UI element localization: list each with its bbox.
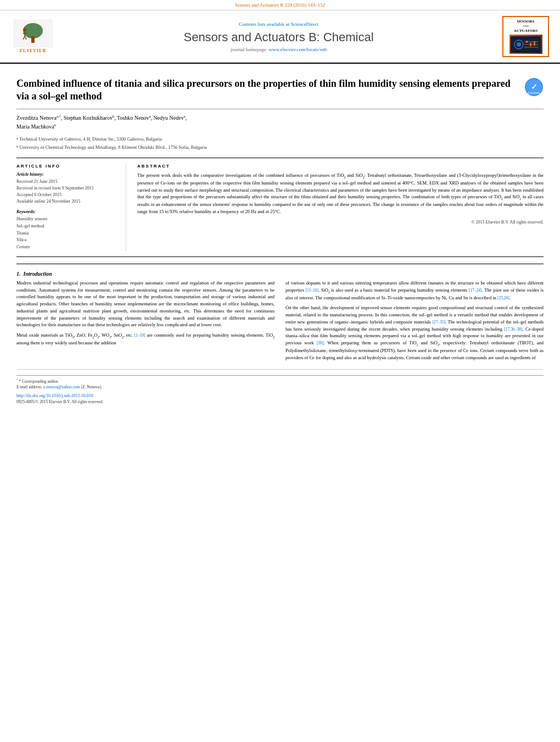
page-wrapper: Sensors and Actuators B 224 (2016) 143–1… bbox=[0, 0, 560, 742]
copyright-text: © 2015 Elsevier B.V. All rights reserved… bbox=[137, 220, 544, 225]
keyword-2: Sol–gel method bbox=[16, 223, 117, 230]
article-footer: * * Corresponding author. E-mail address… bbox=[16, 369, 544, 405]
science-direct-info: Contents lists available at ScienceDirec… bbox=[55, 21, 502, 27]
svg-point-3 bbox=[23, 28, 26, 31]
doi-section: http://dx.doi.org/10.1016/j.snb.2015.10.… bbox=[16, 393, 544, 398]
affiliation-1: a Technical University of Gabrovo, 4 H, … bbox=[16, 136, 544, 143]
svg-rect-15 bbox=[526, 41, 528, 43]
journal-header: ELSEVIER Contents lists available at Sci… bbox=[0, 10, 560, 64]
article-info-abstract: ARTICLE INFO Article history: Received 2… bbox=[16, 158, 544, 257]
abstract-header: ABSTRACT bbox=[137, 164, 544, 169]
crossmark-icon: ✓ CrossMark bbox=[524, 77, 544, 97]
elsevier-logo-icon bbox=[14, 20, 52, 47]
issn-line: 0925-4005/© 2015 Elsevier B.V. All right… bbox=[16, 399, 544, 404]
history-label: Article history: bbox=[16, 172, 117, 177]
keywords-label: Keywords: bbox=[16, 209, 117, 214]
intro-para-1: Modern industrial technological processe… bbox=[16, 280, 275, 328]
citation-bar: Sensors and Actuators B 224 (2016) 143–1… bbox=[0, 0, 560, 10]
section-1-heading: 1. Introduction bbox=[16, 271, 544, 277]
author-4: Nedyu Nedev bbox=[153, 115, 183, 121]
svg-text:✓: ✓ bbox=[531, 82, 537, 91]
journal-homepage: journal homepage: www.elsevier.com/locat… bbox=[55, 47, 502, 52]
history-received: Received 21 June 2015 bbox=[16, 178, 117, 185]
section-divider bbox=[16, 264, 544, 264]
corresponding-note: * * Corresponding author. bbox=[16, 378, 102, 384]
elsevier-brand-text: ELSEVIER bbox=[20, 48, 46, 53]
history-revised: Received in revised form 9 September 201… bbox=[16, 185, 117, 192]
svg-text:CrossMark: CrossMark bbox=[528, 92, 541, 94]
author-email[interactable]: z.nenova@yahoo.com bbox=[43, 384, 80, 389]
doi-link[interactable]: http://dx.doi.org/10.1016/j.snb.2015.10.… bbox=[16, 393, 93, 398]
email-note: E-mail address: z.nenova@yahoo.com (Z. N… bbox=[16, 384, 102, 389]
article-info-col: ARTICLE INFO Article history: Received 2… bbox=[16, 164, 126, 251]
keyword-1: Humidity sensors bbox=[16, 216, 117, 223]
intro-para-4: On the other hand, the development of im… bbox=[285, 304, 544, 361]
author-2: Stephan Kozhukharov bbox=[64, 115, 113, 121]
body-two-col: Modern industrial technological processe… bbox=[16, 280, 544, 365]
svg-rect-16 bbox=[530, 43, 531, 46]
citation-text: Sensors and Actuators B 224 (2016) 143–1… bbox=[235, 2, 325, 8]
svg-point-1 bbox=[23, 23, 43, 38]
homepage-link[interactable]: www.elsevier.com/locate/snb bbox=[269, 47, 327, 52]
affiliation-2: b University of Chemical Technology and … bbox=[16, 144, 544, 151]
abstract-text: The present work deals with the comparat… bbox=[137, 172, 544, 215]
keyword-3: Titania bbox=[16, 230, 117, 237]
history-online: Available online 24 November 2015 bbox=[16, 198, 117, 205]
article-title-section: Combined influence of titania and silica… bbox=[16, 69, 544, 109]
svg-point-11 bbox=[517, 42, 521, 47]
abstract-col: ABSTRACT The present work deals with the… bbox=[137, 164, 544, 251]
keyword-4: Silica bbox=[16, 237, 117, 244]
journal-title-section: Contents lists available at ScienceDirec… bbox=[55, 21, 502, 52]
author-5: Maria Machkova bbox=[16, 124, 54, 130]
intro-para-2: Metal oxide materials as TiO2, ZnO, Fe2O… bbox=[16, 332, 275, 347]
science-direct-link[interactable]: ScienceDirect bbox=[291, 21, 318, 27]
section-1: 1. Introduction Modern industrial techno… bbox=[16, 271, 544, 365]
author-3: Toshko Nenov bbox=[117, 115, 149, 121]
body-col-right: of various dopants to it and various sin… bbox=[285, 280, 544, 365]
article-info-header: ARTICLE INFO bbox=[16, 164, 117, 169]
sensors-logo-line3: ACTUATORS bbox=[514, 29, 537, 33]
sensors-logo-graphic bbox=[509, 35, 542, 54]
journal-title: Sensors and Actuators B: Chemical bbox=[55, 30, 502, 44]
svg-rect-17 bbox=[534, 41, 535, 46]
affiliations-section: a Technical University of Gabrovo, 4 H, … bbox=[16, 133, 544, 158]
authors-section: Zvezditza Nenovaa,*, Stephan Kozhukharov… bbox=[16, 109, 544, 134]
sensors-actuators-logo: SENSORS and ACTUATORS bbox=[502, 16, 549, 57]
body-col-left: Modern industrial technological processe… bbox=[16, 280, 275, 365]
content-area: Combined influence of titania and silica… bbox=[0, 64, 560, 410]
author-1: Zvezditza Nenova bbox=[16, 115, 57, 121]
intro-para-3: of various dopants to it and various sin… bbox=[285, 280, 544, 301]
keyword-5: Cerium bbox=[16, 244, 117, 251]
elsevier-logo: ELSEVIER bbox=[11, 20, 55, 53]
sensors-logo-line2: and bbox=[523, 25, 529, 27]
footnote-section: * * Corresponding author. E-mail address… bbox=[16, 378, 102, 391]
article-title: Combined influence of titania and silica… bbox=[16, 77, 524, 103]
history-accepted: Accepted 6 October 2015 bbox=[16, 192, 117, 198]
sensors-logo-line1: SENSORS bbox=[517, 19, 535, 24]
svg-rect-2 bbox=[31, 36, 35, 43]
